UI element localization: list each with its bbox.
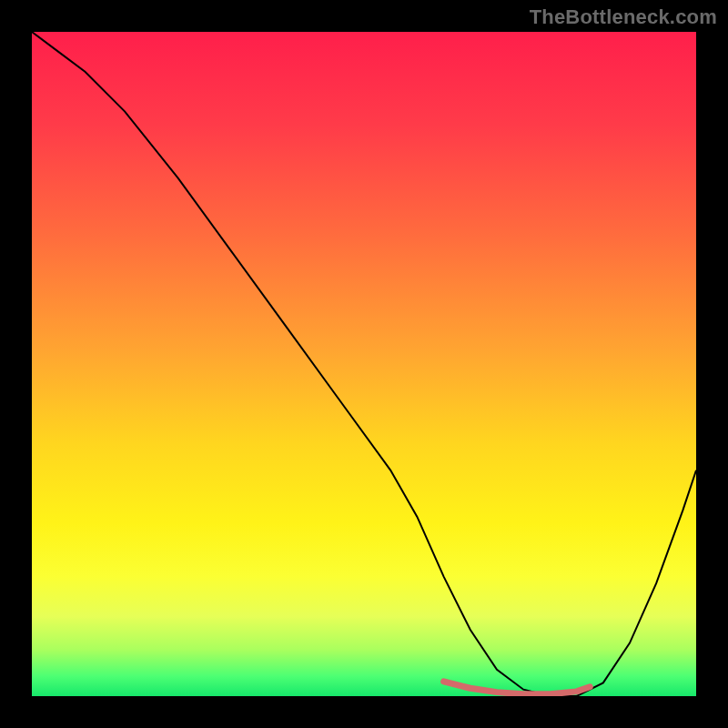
plot-area (32, 32, 696, 696)
bottleneck-curve (32, 32, 696, 696)
watermark-text: TheBottleneck.com (530, 5, 717, 29)
curve-layer (32, 32, 696, 696)
chart-frame: TheBottleneck.com (0, 0, 728, 728)
